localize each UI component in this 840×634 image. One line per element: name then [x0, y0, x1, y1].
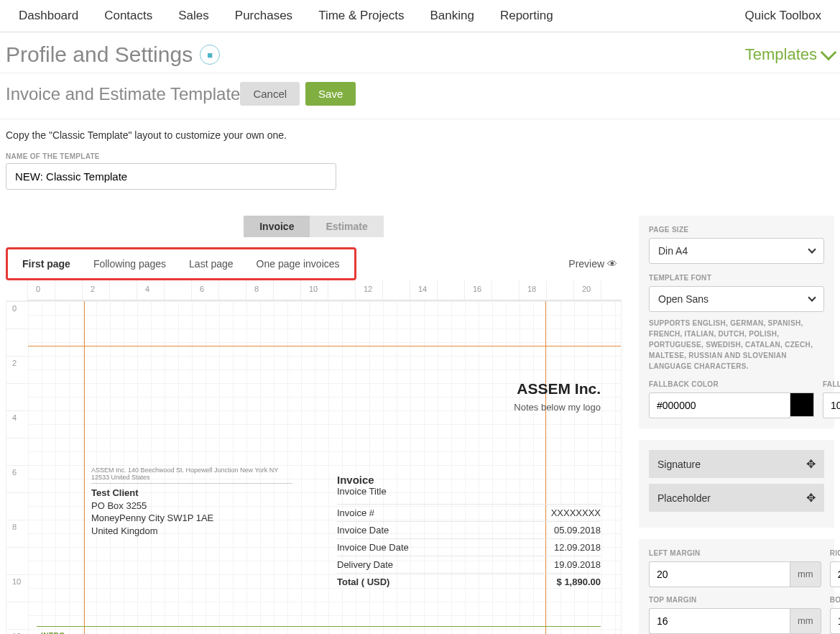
- page-size-select[interactable]: Din A4: [649, 238, 824, 264]
- cancel-button[interactable]: Cancel: [240, 82, 300, 106]
- bottom-margin-input[interactable]: [830, 608, 840, 634]
- tab-one-page-invoices[interactable]: One page invoices: [245, 251, 351, 277]
- nav-purchases[interactable]: Purchases: [222, 9, 305, 23]
- left-margin-input[interactable]: [649, 561, 790, 587]
- save-button[interactable]: Save: [305, 82, 356, 106]
- font-label: TEMPLATE FONT: [649, 274, 824, 282]
- document-type-tabs: Invoice Estimate: [6, 216, 622, 237]
- video-help-icon[interactable]: ■: [200, 45, 220, 65]
- nav-quick-toolbox[interactable]: Quick Toolbox: [732, 9, 834, 23]
- eye-icon: 👁: [607, 258, 617, 270]
- page-size-label: PAGE SIZE: [649, 226, 824, 234]
- tab-last-page[interactable]: Last page: [177, 251, 245, 277]
- nav-banking[interactable]: Banking: [417, 9, 486, 23]
- bottom-margin-label: BOTTOM MARGIN: [830, 596, 840, 604]
- logo-notes: Notes below my logo: [514, 402, 601, 413]
- template-name-label: NAME OF THE TEMPLATE: [0, 147, 840, 163]
- left-margin-guide[interactable]: [84, 301, 85, 634]
- move-icon: ✥: [806, 491, 816, 505]
- templates-label: Templates: [745, 45, 817, 64]
- color-swatch[interactable]: [790, 392, 814, 417]
- drag-signature[interactable]: Signature✥: [649, 450, 824, 478]
- top-margin-label: TOP MARGIN: [649, 596, 821, 604]
- right-margin-label: RIGHT MARGIN: [830, 549, 840, 557]
- template-name-input[interactable]: [6, 163, 336, 190]
- nav-reporting[interactable]: Reporting: [487, 9, 566, 23]
- fallback-size-input[interactable]: [823, 392, 840, 418]
- left-margin-label: LEFT MARGIN: [649, 549, 821, 557]
- nav-contacts[interactable]: Contacts: [91, 9, 165, 23]
- templates-dropdown[interactable]: Templates: [745, 45, 834, 64]
- horizontal-ruler: 0 2 4 6 8 10 12 14 16 18 20: [27, 280, 622, 300]
- right-margin-input[interactable]: [830, 561, 840, 587]
- sub-header: Invoice and Estimate Template Cancel Sav…: [0, 73, 840, 119]
- fallback-size-label: FALLBACK FONT SIZE: [823, 380, 840, 388]
- tab-estimate[interactable]: Estimate: [310, 216, 383, 237]
- settings-sidebar: PAGE SIZE Din A4 TEMPLATE FONT Open Sans…: [639, 216, 834, 634]
- page-title: Profile and Settings: [6, 42, 193, 67]
- intro-divider: [37, 626, 601, 627]
- top-margin-input[interactable]: [649, 608, 790, 634]
- preview-button[interactable]: Preview 👁: [568, 258, 622, 270]
- page-surface[interactable]: ASSEM Inc. Notes below my logo ASSEM Inc…: [28, 301, 621, 634]
- font-support-hint: SUPPORTS ENGLISH, GERMAN, SPANISH, FRENC…: [649, 318, 824, 372]
- move-icon: ✥: [806, 457, 816, 471]
- page-header: Profile and Settings ■ Templates: [0, 32, 840, 73]
- font-select[interactable]: Open Sans: [649, 286, 824, 312]
- sender-address[interactable]: ASSEM Inc. 140 Beechwood St. Hopewell Ju…: [91, 467, 292, 484]
- chevron-down-icon: [808, 245, 816, 253]
- company-block[interactable]: ASSEM Inc. Notes below my logo: [514, 380, 601, 413]
- invoice-meta[interactable]: Invoice Invoice Title Invoice #XXXXXXXX …: [337, 474, 601, 590]
- nav-dashboard[interactable]: Dashboard: [6, 9, 91, 23]
- copy-description: Copy the "Classic Template" layout to cu…: [0, 119, 840, 147]
- nav-time-projects[interactable]: Time & Projects: [305, 9, 417, 23]
- fallback-color-label: FALLBACK COLOR: [649, 380, 814, 388]
- company-name: ASSEM Inc.: [514, 380, 601, 398]
- tab-invoice[interactable]: Invoice: [244, 216, 310, 237]
- chevron-down-icon: [808, 293, 816, 301]
- chevron-down-icon: [821, 45, 837, 61]
- template-canvas[interactable]: 0 2 4 6 8 10 12 ASSEM Inc. Notes below m…: [6, 300, 622, 634]
- fallback-color-input[interactable]: [649, 392, 790, 418]
- vertical-ruler: 0 2 4 6 8 10 12: [6, 301, 28, 634]
- top-nav: Dashboard Contacts Sales Purchases Time …: [0, 0, 840, 32]
- tab-first-page[interactable]: First page: [11, 251, 82, 277]
- client-address[interactable]: Test Client PO Box 3255 MoneyPenny City …: [91, 487, 213, 537]
- nav-sales[interactable]: Sales: [165, 9, 222, 23]
- top-margin-guide[interactable]: [28, 346, 621, 346]
- page-tabs-highlight: First page Following pages Last page One…: [6, 247, 356, 280]
- section-title: Invoice and Estimate Template: [6, 84, 240, 104]
- tab-following-pages[interactable]: Following pages: [82, 251, 177, 277]
- drag-placeholder[interactable]: Placeholder✥: [649, 484, 824, 512]
